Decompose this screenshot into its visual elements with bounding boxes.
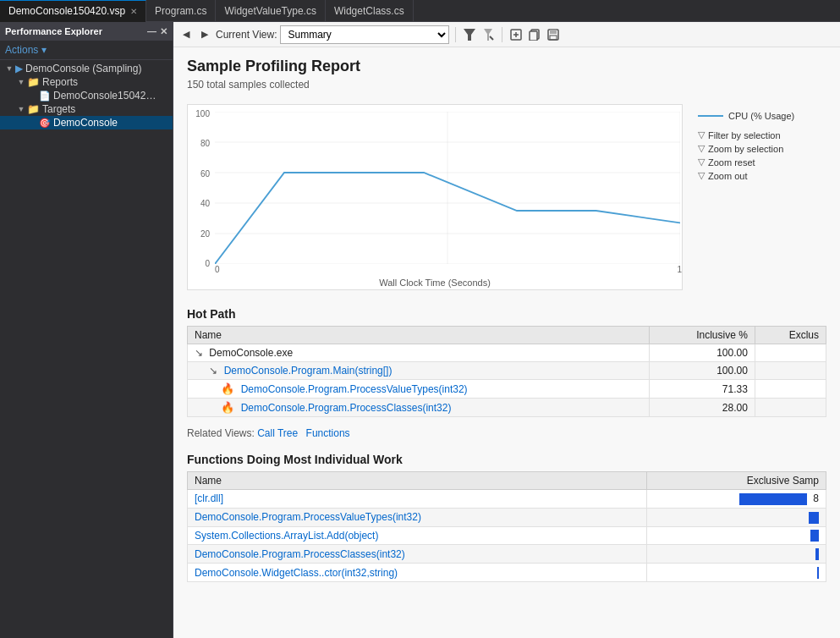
funnel-icon-2: ▽ <box>698 143 705 154</box>
func-row-1-name: [clr.dll] <box>188 490 647 509</box>
hot-path-row-1-exclusive <box>755 344 826 362</box>
close-sidebar-icon[interactable]: ✕ <box>160 26 167 37</box>
tree-item-democonsole-report[interactable]: 📄 DemoConsole15042… <box>0 89 173 102</box>
tab-label: Program.cs <box>155 5 206 17</box>
legend-line-cpu <box>698 115 723 117</box>
export-icon[interactable] <box>508 27 524 42</box>
tab-label: WidgetValueType.cs <box>224 5 316 17</box>
hot-path-table: Name Inclusive % Exclus ↘ DemoConsole.ex… <box>187 326 826 417</box>
sidebar-actions[interactable]: Actions ▾ <box>0 41 173 60</box>
tree-node-label: Targets <box>42 103 75 115</box>
forward-button[interactable]: ▶ <box>197 26 212 42</box>
tree-expand-icon[interactable]: ▼ <box>15 78 27 86</box>
func-row-5-link[interactable]: DemoConsole.WidgetClass..ctor(int32,stri… <box>195 567 398 579</box>
tree-expand-icon[interactable]: ▼ <box>15 105 27 113</box>
hot-path-row-2-exclusive <box>755 362 826 380</box>
target-icon: 🎯 <box>39 118 51 129</box>
chart-container: 100 80 60 40 20 0 0 1 Wall Clock Time (S… <box>187 104 826 290</box>
hot-path-row-2-link[interactable]: DemoConsole.Program.Main(string[]) <box>224 365 393 377</box>
sidebar: Performance Explorer — ✕ Actions ▾ ▼ ▶ D… <box>0 22 173 638</box>
filter-by-selection-control[interactable]: ▽ Filter by selection <box>698 129 820 140</box>
zoom-by-selection-control[interactable]: ▽ Zoom by selection <box>698 143 820 154</box>
tab-bar: DemoConsole150420.vsp ✕ Program.cs Widge… <box>0 0 840 22</box>
folder-icon: 📁 <box>27 103 40 115</box>
hot-path-title: Hot Path <box>187 307 826 321</box>
func-row-1-bar: 8 <box>647 490 826 509</box>
table-row: System.Collections.ArrayList.Add(object) <box>188 526 826 545</box>
func-row-5-name: DemoConsole.WidgetClass..ctor(int32,stri… <box>188 564 647 582</box>
chart-y-labels: 100 80 60 40 20 0 <box>188 105 211 272</box>
hot-path-row-1-name: ↘ DemoConsole.exe <box>188 344 650 362</box>
zoom-out-control[interactable]: ▽ Zoom out <box>698 170 820 181</box>
chart-x-label: Wall Clock Time (Seconds) <box>188 278 682 288</box>
related-view-call-tree[interactable]: Call Tree <box>257 427 298 439</box>
chart-x-ticks: 0 1 <box>215 265 682 274</box>
svg-rect-9 <box>550 30 557 34</box>
flame-icon-1: 🔥 <box>221 382 234 395</box>
report-content: Sample Profiling Report 150 total sample… <box>173 47 840 638</box>
chart-controls: ▽ Filter by selection ▽ Zoom by selectio… <box>698 129 820 181</box>
hot-path-row-3-exclusive <box>755 380 826 399</box>
tree-expand-icon[interactable]: ▼ <box>3 64 15 73</box>
hot-path-row-2-inclusive: 100.00 <box>649 362 755 380</box>
chart-legend: CPU (% Usage) ▽ Filter by selection ▽ Zo… <box>691 104 826 290</box>
func-col-exclusive: Exclusive Samp <box>647 472 826 490</box>
table-row: ↘ DemoConsole.exe 100.00 <box>188 344 826 362</box>
save-icon[interactable] <box>546 27 561 42</box>
func-row-2-link[interactable]: DemoConsole.Program.ProcessValueTypes(in… <box>195 511 421 523</box>
tree-node-label: Reports <box>42 76 78 88</box>
tab-label: DemoConsole150420.vsp <box>8 5 125 17</box>
tab-vspsession[interactable]: DemoConsole150420.vsp ✕ <box>0 0 146 22</box>
func-row-1-link[interactable]: [clr.dll] <box>195 492 223 504</box>
hot-path-row-3-link[interactable]: DemoConsole.Program.ProcessValueTypes(in… <box>241 383 468 395</box>
filter-icon[interactable] <box>462 27 477 42</box>
current-view-label: Current View: <box>216 29 277 41</box>
tab-widgetvaluetype[interactable]: WidgetValueType.cs <box>216 0 326 22</box>
sidebar-header: Performance Explorer — ✕ <box>0 22 173 41</box>
zoom-reset-control[interactable]: ▽ Zoom reset <box>698 157 820 168</box>
svg-rect-7 <box>530 31 537 41</box>
tree-item-reports[interactable]: ▼ 📁 Reports <box>0 75 173 89</box>
arrow-icon: ↘ <box>195 347 203 359</box>
col-exclusive: Exclus <box>755 327 826 344</box>
svg-line-2 <box>490 36 493 40</box>
functions-title: Functions Doing Most Individual Work <box>187 453 826 466</box>
tree-item-democonsole-target[interactable]: 🎯 DemoConsole <box>0 116 173 129</box>
toolbar: ◀ ▶ Current View: Summary Call Tree Func… <box>173 22 840 47</box>
bar-2 <box>809 512 819 524</box>
hot-path-row-2-name: ↘ DemoConsole.Program.Main(string[]) <box>188 362 650 380</box>
func-row-3-link[interactable]: System.Collections.ArrayList.Add(object) <box>195 530 378 542</box>
func-row-3-name: System.Collections.ArrayList.Add(object) <box>188 526 647 545</box>
filter-2-icon[interactable] <box>480 27 496 42</box>
tree-item-democonsole-sampling[interactable]: ▼ ▶ DemoConsole (Sampling) <box>0 62 173 75</box>
func-row-5-bar <box>647 564 826 582</box>
back-button[interactable]: ◀ <box>178 26 194 42</box>
hot-path-row-4-link[interactable]: DemoConsole.Program.ProcessClasses(int32… <box>241 402 452 414</box>
view-select[interactable]: Summary Call Tree Functions Caller/Calle… <box>280 25 449 44</box>
col-inclusive: Inclusive % <box>649 327 755 344</box>
hot-path-row-4-exclusive <box>755 399 826 417</box>
tab-program[interactable]: Program.cs <box>146 0 216 22</box>
table-row: DemoConsole.WidgetClass..ctor(int32,stri… <box>188 564 826 582</box>
table-row: 🔥 DemoConsole.Program.ProcessClasses(int… <box>188 399 826 417</box>
pin-icon[interactable]: — <box>147 26 156 37</box>
func-row-4-bar <box>647 545 826 564</box>
funnel-icon-3: ▽ <box>698 157 705 168</box>
bar-4 <box>815 548 819 560</box>
svg-marker-0 <box>464 29 475 41</box>
close-icon[interactable]: ✕ <box>130 7 137 16</box>
copy-icon[interactable] <box>527 27 542 42</box>
funnel-icon-1: ▽ <box>698 129 705 140</box>
func-row-4-link[interactable]: DemoConsole.Program.ProcessClasses(int32… <box>195 548 405 560</box>
related-view-functions[interactable]: Functions <box>306 427 350 439</box>
func-row-3-bar <box>647 526 826 545</box>
cpu-chart-svg <box>215 112 680 264</box>
funnel-icon-4: ▽ <box>698 170 705 181</box>
tab-widgetclass[interactable]: WidgetClass.cs <box>326 0 414 22</box>
flame-icon-2: 🔥 <box>221 401 234 414</box>
bar-3 <box>810 530 819 542</box>
tree-node-label: DemoConsole15042… <box>53 90 156 102</box>
tree-item-targets[interactable]: ▼ 📁 Targets <box>0 102 173 116</box>
sidebar-header-icons: — ✕ <box>147 26 167 37</box>
tree-node-label: DemoConsole (Sampling) <box>25 63 141 74</box>
